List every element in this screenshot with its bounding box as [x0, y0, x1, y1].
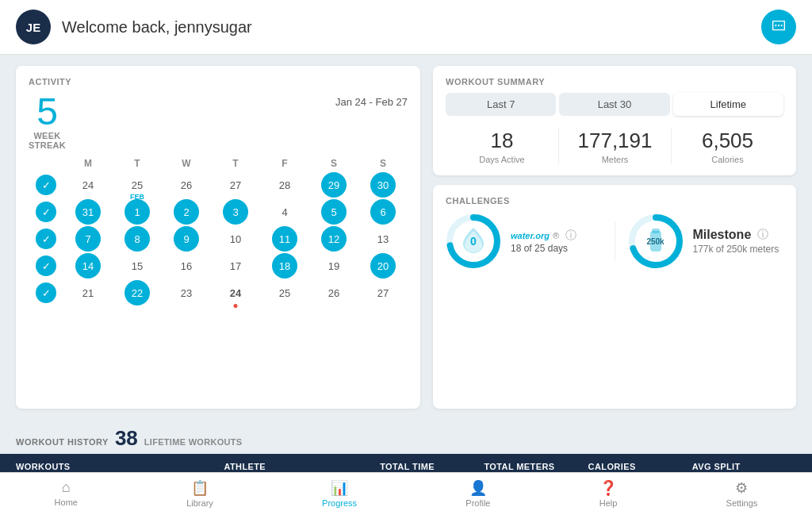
- workout-summary-label: WORKOUT SUMMARY: [446, 77, 783, 86]
- calendar-row: ✓ 7 8 9 10 11 12 13: [29, 226, 408, 252]
- calendar-row: ✓ 21 22 23 24 25 26 27: [29, 280, 408, 305]
- cal-day-active: 11: [272, 226, 297, 252]
- cal-day: 28: [260, 172, 309, 198]
- cal-day: 16: [162, 253, 211, 279]
- nav-home[interactable]: ⌂ Home: [45, 479, 87, 508]
- nav-profile-label: Profile: [465, 498, 490, 508]
- streak-check: ✓: [36, 202, 56, 222]
- cal-day: 19: [309, 253, 358, 279]
- col-total-meters: TOTAL METERS: [484, 462, 588, 471]
- calories-label: Calories: [672, 155, 783, 164]
- library-icon: 📋: [191, 479, 209, 497]
- streak-check: ✓: [36, 256, 56, 276]
- avatar: JE: [16, 10, 51, 44]
- tab-last30[interactable]: Last 30: [559, 93, 669, 116]
- workout-history-section: WORKOUT HISTORY 38 LIFETIME WORKOUTS: [0, 420, 812, 454]
- chat-button[interactable]: [761, 10, 796, 44]
- nav-library-label: Library: [186, 498, 213, 508]
- workout-summary-tabs: Last 7 Last 30 Lifetime: [446, 93, 783, 116]
- water-challenge: 0 water.org ® ⓘ 18 of 25 days: [446, 213, 602, 269]
- cal-day-active: 22: [124, 280, 150, 305]
- streak-check: ✓: [36, 175, 56, 195]
- header: JE Welcome back, jennysugar: [0, 0, 812, 55]
- col-athlete: ATHLETE: [224, 462, 380, 471]
- bottom-nav: ⌂ Home 📋 Library 📊 Progress 👤 Profile ❓ …: [0, 472, 812, 511]
- calendar-row: ✓ 14 15 16 17 18 19 20: [29, 253, 408, 279]
- profile-icon: 👤: [469, 479, 487, 497]
- svg-point-0: [775, 25, 776, 26]
- cal-day: 25: [260, 280, 309, 305]
- nav-settings[interactable]: ⚙ Settings: [717, 479, 768, 508]
- col-calories: CALORIES: [588, 462, 692, 471]
- days-active-stat: 18 Days Active: [446, 129, 558, 164]
- calendar-row: ✓ 24 25 26 27 28 29 30: [29, 172, 408, 198]
- cal-day-active: 6: [370, 199, 396, 225]
- milestone-challenge-info: Milestone ⓘ 177k of 250k meters: [693, 228, 784, 255]
- col-total-time: TOTAL TIME: [380, 462, 484, 471]
- challenges-panel: CHALLENGES 0: [433, 185, 796, 409]
- nav-home-label: Home: [55, 498, 78, 507]
- settings-icon: ⚙: [735, 479, 748, 497]
- calendar-row: ✓ 31 FEB1 2 3 4 5 6: [29, 199, 408, 225]
- nav-progress-label: Progress: [322, 498, 357, 508]
- challenge-divider: [615, 221, 615, 261]
- cal-day: 17: [211, 253, 260, 279]
- cal-day: 15: [113, 253, 162, 279]
- workout-history-count: 38: [115, 426, 138, 451]
- tab-lifetime[interactable]: Lifetime: [673, 93, 783, 116]
- cal-day-active: 18: [272, 253, 297, 279]
- milestone-help-icon[interactable]: ⓘ: [757, 228, 768, 242]
- meters-value: 177,191: [559, 129, 671, 153]
- workout-summary-panel: WORKOUT SUMMARY Last 7 Last 30 Lifetime …: [433, 66, 796, 175]
- workout-stats: 18 Days Active 177,191 Meters 6,505 Calo…: [446, 129, 783, 164]
- tab-last7[interactable]: Last 7: [446, 93, 556, 116]
- milestone-sub: 177k of 250k meters: [693, 244, 784, 255]
- cal-day-active: FEB1: [124, 199, 150, 225]
- streak-check: ✓: [36, 229, 56, 249]
- date-range: Jan 24 - Feb 27: [335, 93, 408, 108]
- days-active-value: 18: [446, 129, 558, 153]
- cal-day-active: 30: [370, 172, 396, 198]
- cal-day: 27: [211, 172, 260, 198]
- streak-check: ✓: [36, 282, 56, 303]
- nav-settings-label: Settings: [726, 498, 758, 508]
- cal-day-active: 8: [124, 226, 150, 252]
- nav-library[interactable]: 📋 Library: [177, 479, 223, 508]
- cal-day-active: 31: [75, 199, 101, 225]
- calories-stat: 6,505 Calories: [671, 129, 783, 164]
- streak-section: 5 WEEKSTREAK: [29, 93, 66, 150]
- nav-help[interactable]: ❓ Help: [590, 479, 627, 508]
- welcome-message: Welcome back, jennysugar: [62, 18, 252, 36]
- challenges-grid: 0 water.org ® ⓘ 18 of 25 days: [446, 213, 783, 269]
- cal-day: 26: [162, 172, 211, 198]
- milestone-title: Milestone: [693, 228, 752, 242]
- cal-day-active: 5: [321, 199, 347, 225]
- cal-today: 24: [211, 280, 260, 305]
- workout-history-sublabel: LIFETIME WORKOUTS: [144, 437, 243, 447]
- cal-day: 23: [162, 280, 211, 305]
- col-avg-split: AVG SPLIT: [692, 462, 796, 471]
- help-icon[interactable]: ⓘ: [565, 229, 576, 243]
- cal-day-active: 14: [75, 253, 101, 279]
- svg-rect-8: [652, 229, 660, 233]
- header-left: JE Welcome back, jennysugar: [16, 10, 252, 44]
- cal-day-active: 29: [321, 172, 347, 198]
- calories-value: 6,505: [672, 129, 783, 153]
- right-panel: WORKOUT SUMMARY Last 7 Last 30 Lifetime …: [433, 66, 796, 409]
- cal-day: 13: [358, 226, 408, 252]
- activity-panel: ACTIVITY 5 WEEKSTREAK Jan 24 - Feb 27 MT…: [16, 66, 420, 409]
- cal-day-active: 7: [75, 226, 101, 252]
- cal-day-active: 9: [174, 226, 199, 252]
- col-workouts: WORKOUTS: [16, 462, 224, 471]
- svg-point-2: [781, 25, 783, 26]
- cal-day: 21: [63, 280, 113, 305]
- cal-day-active: 2: [174, 199, 199, 225]
- calendar: MTWTFSS ✓ 24 25 26 27 28 29 30 ✓ 31 FEB1: [29, 158, 408, 305]
- workout-history-label: WORKOUT HISTORY: [16, 437, 109, 447]
- home-icon: ⌂: [62, 479, 71, 496]
- nav-profile[interactable]: 👤 Profile: [456, 479, 500, 508]
- cal-day-active: 20: [370, 253, 396, 279]
- activity-top: 5 WEEKSTREAK Jan 24 - Feb 27: [29, 93, 408, 150]
- nav-help-label: Help: [599, 498, 618, 508]
- nav-progress[interactable]: 📊 Progress: [312, 479, 366, 508]
